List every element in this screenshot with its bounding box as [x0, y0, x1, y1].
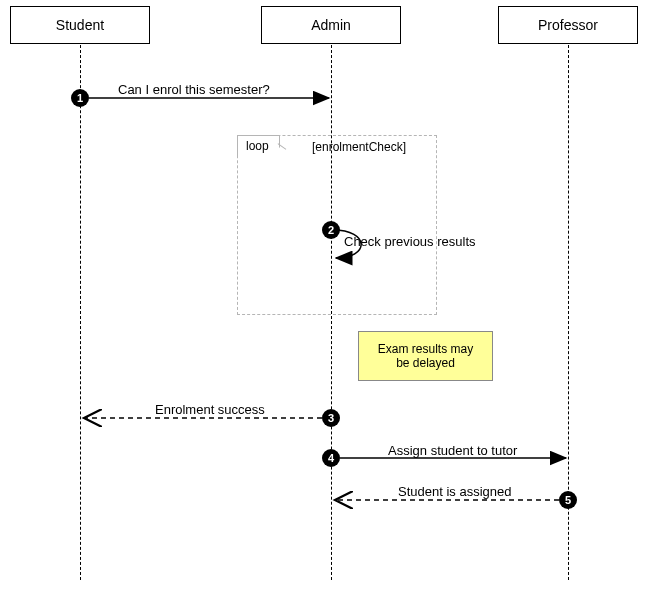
participant-student-label: Student — [56, 17, 104, 33]
lifeline-student — [80, 45, 81, 580]
seq-badge-4: 4 — [322, 449, 340, 467]
note-box: Exam results may be delayed — [358, 331, 493, 381]
participant-admin: Admin — [261, 6, 401, 44]
seq-badge-1: 1 — [71, 89, 89, 107]
note-line1: Exam results may — [378, 342, 473, 356]
msg-2-label: Check previous results — [344, 234, 476, 249]
msg-5-label: Student is assigned — [398, 484, 511, 499]
participant-professor: Professor — [498, 6, 638, 44]
seq-badge-5: 5 — [559, 491, 577, 509]
msg-4-label: Assign student to tutor — [388, 443, 517, 458]
participant-admin-label: Admin — [311, 17, 351, 33]
note-line2: be delayed — [396, 356, 455, 370]
loop-fragment-label-tab: loop — [237, 135, 280, 156]
participant-student: Student — [10, 6, 150, 44]
seq-badge-2: 2 — [322, 221, 340, 239]
loop-fragment-label: loop — [246, 139, 269, 153]
seq-badge-3: 3 — [322, 409, 340, 427]
msg-1-label: Can I enrol this semester? — [118, 82, 270, 97]
participant-professor-label: Professor — [538, 17, 598, 33]
loop-fragment-guard: [enrolmentCheck] — [312, 140, 406, 154]
msg-3-label: Enrolment success — [155, 402, 265, 417]
sequence-diagram: Student Admin Professor loop [enrolmentC… — [0, 0, 651, 603]
